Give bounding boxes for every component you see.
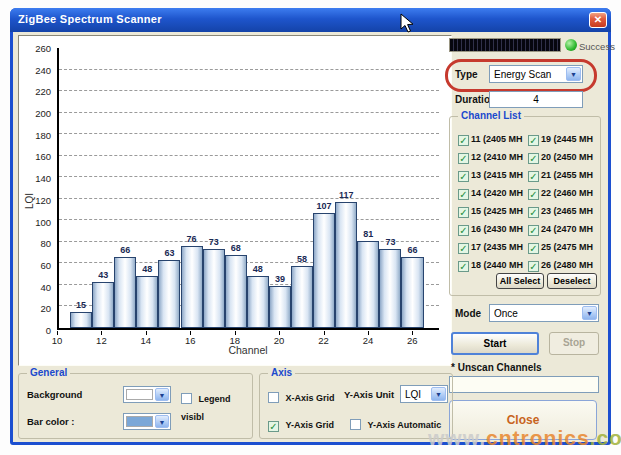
channel-list-item: ✓16 (2430 MH <box>458 223 523 237</box>
bar <box>269 286 291 328</box>
chevron-down-icon[interactable]: ▼ <box>155 388 169 401</box>
bar-value-label: 107 <box>317 201 332 211</box>
channel-checkbox[interactable]: ✓ <box>458 243 469 254</box>
y-tick-label: 40 <box>40 281 51 292</box>
bar-value-label: 81 <box>363 229 373 239</box>
bar <box>158 260 180 328</box>
success-status-icon <box>565 39 577 51</box>
mouse-cursor-icon <box>400 13 416 35</box>
chevron-down-icon[interactable]: ▼ <box>582 306 597 320</box>
bar <box>291 266 313 328</box>
duration-input[interactable]: 4 <box>489 91 583 108</box>
y-tick-label: 100 <box>35 216 51 227</box>
y-tick-label: 160 <box>35 151 51 162</box>
app-window: ZigBee Spectrum Scanner ✕ 02040608010012… <box>10 8 611 445</box>
channel-label: 14 (2420 MH <box>471 188 523 198</box>
start-button[interactable]: Start <box>451 332 539 355</box>
bar-value-label: 43 <box>98 270 108 280</box>
channel-list-item: ✓21 (2455 MH <box>528 169 593 183</box>
channel-checkbox[interactable]: ✓ <box>528 189 539 200</box>
channel-checkbox[interactable]: ✓ <box>458 261 469 272</box>
x-axis-grid-label: X-Axis Grid <box>285 393 334 403</box>
channel-checkbox[interactable]: ✓ <box>528 243 539 254</box>
chevron-down-icon[interactable]: ▼ <box>566 67 581 81</box>
gridline <box>59 69 439 70</box>
channel-label: 25 (2475 MH <box>541 242 593 252</box>
channel-checkbox[interactable]: ✓ <box>528 261 539 272</box>
channel-list-item: ✓20 (2450 MH <box>528 151 593 165</box>
channel-checkbox[interactable]: ✓ <box>458 189 469 200</box>
bar <box>92 282 114 328</box>
channel-list-item: ✓12 (2410 MH <box>458 151 523 165</box>
channel-checkbox[interactable]: ✓ <box>458 153 469 164</box>
channel-label: 23 (2465 MH <box>541 206 593 216</box>
bar <box>136 276 158 328</box>
type-label: Type <box>455 69 478 80</box>
background-label: Background <box>27 389 82 400</box>
x-axis-grid-checkbox[interactable] <box>268 392 279 403</box>
background-color-select[interactable]: ▼ <box>123 386 171 403</box>
chevron-down-icon[interactable]: ▼ <box>155 415 169 428</box>
gridline <box>59 155 439 156</box>
bar <box>225 255 247 328</box>
channel-checkbox[interactable]: ✓ <box>458 207 469 218</box>
y-axis-automatic-checkbox[interactable] <box>350 419 361 430</box>
y-tick-label: 0 <box>46 325 51 336</box>
y-axis-unit-select[interactable]: LQI ▼ <box>400 385 448 403</box>
bar-color-label: Bar color : <box>27 416 75 427</box>
channel-list-item: ✓11 (2405 MH <box>458 133 523 147</box>
bar-value-label: 117 <box>339 190 354 200</box>
channel-label: 12 (2410 MH <box>471 152 523 162</box>
y-axis-grid-checkbox-row: ✓ Y-Axis Grid <box>268 414 334 432</box>
bar-value-label: 48 <box>253 264 263 274</box>
channel-list-item: ✓25 (2475 MH <box>528 241 593 255</box>
channel-label: 24 (2470 MH <box>541 224 593 234</box>
channel-checkbox[interactable]: ✓ <box>458 171 469 182</box>
bar <box>247 276 269 328</box>
channel-list-item: ✓15 (2425 MH <box>458 205 523 219</box>
channel-list-item: ✓18 (2440 MH <box>458 259 523 273</box>
bar-value-label: 66 <box>120 245 130 255</box>
channel-checkbox[interactable]: ✓ <box>528 207 539 218</box>
channel-label: 26 (2480 MH <box>541 260 593 270</box>
window-body: 020406080100120140160180200220240260 LQI… <box>13 32 608 442</box>
axis-group: Axis X-Axis Grid Y-Axis Unit LQI ▼ ✓ Y-A… <box>259 373 453 439</box>
y-axis-unit-value: LQI <box>405 389 421 400</box>
y-tick-label: 180 <box>35 129 51 140</box>
type-select[interactable]: Energy Scan ▼ <box>489 65 583 83</box>
mode-select[interactable]: Once ▼ <box>489 304 599 322</box>
y-tick-label: 220 <box>35 86 51 97</box>
x-axis-grid-checkbox-row: X-Axis Grid <box>268 387 334 405</box>
channel-label: 18 (2440 MH <box>471 260 523 270</box>
chevron-down-icon[interactable]: ▼ <box>431 387 446 401</box>
channel-checkbox[interactable]: ✓ <box>528 153 539 164</box>
bar <box>335 202 357 328</box>
bar-color-select[interactable]: ▼ <box>123 413 171 430</box>
legend-visible-checkbox[interactable] <box>181 393 192 404</box>
gridline <box>59 176 439 177</box>
bar-value-label: 73 <box>209 237 219 247</box>
channel-label: 19 (2445 MH <box>541 134 593 144</box>
gridline <box>59 241 439 242</box>
y-axis: 020406080100120140160180200220240260 <box>19 48 55 330</box>
deselect-button[interactable]: Deselect <box>547 273 597 289</box>
channel-checkbox[interactable]: ✓ <box>528 135 539 146</box>
all-select-button[interactable]: All Select <box>496 273 544 289</box>
y-axis-grid-checkbox[interactable]: ✓ <box>268 421 279 432</box>
y-tick-label: 260 <box>35 43 51 54</box>
bar-value-label: 76 <box>187 234 197 244</box>
channel-checkbox[interactable]: ✓ <box>458 135 469 146</box>
channel-label: 20 (2450 MH <box>541 152 593 162</box>
y-tick-label: 200 <box>35 108 51 119</box>
channel-checkbox[interactable]: ✓ <box>528 225 539 236</box>
unscan-channels-field[interactable] <box>449 376 599 393</box>
x-axis-label: Channel <box>57 344 439 356</box>
title-bar: ZigBee Spectrum Scanner ✕ <box>10 8 611 32</box>
close-icon[interactable]: ✕ <box>589 12 607 28</box>
bar-value-label: 15 <box>76 300 86 310</box>
bar <box>70 312 92 328</box>
y-tick-label: 60 <box>40 259 51 270</box>
channel-checkbox[interactable]: ✓ <box>458 225 469 236</box>
channel-checkbox[interactable]: ✓ <box>528 171 539 182</box>
stop-button[interactable]: Stop <box>549 332 599 355</box>
